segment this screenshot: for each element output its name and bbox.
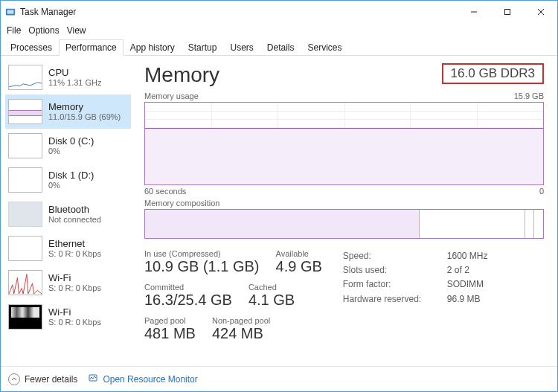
- usage-chart-label: Memory usage: [144, 91, 199, 100]
- bluetooth-thumb-icon: [8, 202, 42, 227]
- sidebar-item-sub: S: 0 R: 0 Kbps: [48, 318, 101, 327]
- axis-start: 60 seconds: [144, 187, 186, 196]
- in-use-value: 10.9 GB (1.1 GB): [144, 258, 260, 275]
- page-title: Memory: [144, 63, 219, 87]
- sidebar-item-cpu[interactable]: CPU 11% 1.31 GHz: [5, 60, 131, 94]
- hwres-label: Hardware reserved:: [343, 292, 425, 306]
- wifi-thumb-icon: [8, 304, 42, 330]
- paged-value: 481 MB: [144, 325, 196, 342]
- task-manager-icon: [5, 7, 16, 17]
- sidebar-item-label: Memory: [48, 101, 121, 113]
- sidebar-item-label: Ethernet: [48, 238, 101, 250]
- hwres-value: 96.9 MB: [447, 292, 481, 306]
- speed-value: 1600 MHz: [447, 249, 488, 263]
- available-label: Available: [276, 249, 322, 258]
- close-button[interactable]: [524, 1, 557, 23]
- memory-spec-badge: 16.0 GB DDR3: [442, 63, 544, 84]
- sidebar-item-sub: 0%: [48, 147, 94, 156]
- tab-performance[interactable]: Performance: [59, 39, 124, 56]
- ethernet-thumb-icon: [8, 236, 42, 261]
- paged-label: Paged pool: [144, 316, 196, 325]
- sidebar-item-bluetooth[interactable]: Bluetooth Not connected: [5, 197, 131, 231]
- speed-label: Speed:: [343, 249, 425, 263]
- task-manager-window: Task Manager File Options View Processes…: [0, 0, 558, 392]
- sidebar-item-disk-1[interactable]: Disk 1 (D:) 0%: [5, 163, 131, 197]
- minimize-button[interactable]: [457, 1, 490, 23]
- slots-value: 2 of 2: [447, 263, 469, 277]
- form-factor-value: SODIMM: [447, 277, 484, 292]
- usage-chart-max: 15.9 GB: [514, 91, 544, 100]
- sidebar-item-disk-0[interactable]: Disk 0 (C:) 0%: [5, 129, 131, 163]
- sidebar-item-label: Bluetooth: [48, 204, 101, 216]
- sidebar-item-label: Disk 0 (C:): [48, 135, 94, 147]
- sidebar-item-sub: S: 0 R: 0 Kbps: [48, 249, 101, 259]
- tab-details[interactable]: Details: [260, 39, 301, 55]
- in-use-label: In use (Compressed): [144, 249, 260, 258]
- sidebar-item-label: Disk 1 (D:): [48, 170, 94, 181]
- sidebar-item-sub: 0%: [48, 181, 94, 190]
- sidebar-item-label: Wi-Fi: [48, 306, 101, 318]
- sidebar: CPU 11% 1.31 GHz Memory 11.0/15.9 GB (69…: [1, 56, 131, 366]
- tab-processes[interactable]: Processes: [4, 39, 59, 55]
- menubar: File Options View: [1, 23, 557, 38]
- composition-label: Memory composition: [144, 199, 544, 208]
- sidebar-item-label: Wi-Fi: [48, 272, 101, 284]
- footer: Fewer details Open Resource Monitor: [1, 366, 557, 391]
- slots-label: Slots used:: [343, 263, 425, 277]
- sidebar-item-memory[interactable]: Memory 11.0/15.9 GB (69%): [5, 94, 131, 129]
- form-factor-label: Form factor:: [343, 277, 425, 292]
- disk-thumb-icon: [8, 133, 42, 158]
- chevron-up-icon: [8, 373, 20, 385]
- nonpaged-label: Non-paged pool: [212, 316, 270, 325]
- window-title: Task Manager: [20, 7, 457, 17]
- sidebar-item-wifi-1[interactable]: Wi-Fi S: 0 R: 0 Kbps: [5, 266, 131, 300]
- axis-end: 0: [539, 187, 544, 196]
- cpu-thumb-icon: [8, 65, 42, 90]
- tab-startup[interactable]: Startup: [182, 39, 224, 55]
- sidebar-item-sub: S: 0 R: 0 Kbps: [48, 283, 101, 293]
- content: CPU 11% 1.31 GHz Memory 11.0/15.9 GB (69…: [1, 56, 557, 366]
- sidebar-item-label: CPU: [48, 67, 102, 79]
- fewer-details-button[interactable]: Fewer details: [8, 373, 77, 385]
- menu-file[interactable]: File: [7, 25, 21, 36]
- window-controls: [457, 1, 557, 23]
- available-value: 4.9 GB: [276, 258, 322, 275]
- tabbar: Processes Performance App history Startu…: [1, 38, 557, 56]
- cached-value: 4.1 GB: [248, 292, 295, 309]
- titlebar[interactable]: Task Manager: [1, 1, 557, 23]
- open-resource-monitor-link[interactable]: Open Resource Monitor: [88, 373, 197, 385]
- sidebar-item-sub: Not connected: [48, 215, 101, 225]
- memory-thumb-icon: [8, 99, 42, 124]
- main-panel: Memory 16.0 GB DDR3 Memory usage 15.9 GB…: [131, 56, 557, 366]
- svg-rect-1: [7, 10, 14, 13]
- committed-value: 16.3/25.4 GB: [144, 292, 232, 309]
- menu-options[interactable]: Options: [28, 25, 59, 36]
- tab-users[interactable]: Users: [223, 39, 260, 55]
- resource-monitor-icon: [88, 373, 98, 385]
- memory-composition-chart[interactable]: [144, 209, 544, 239]
- nonpaged-value: 424 MB: [212, 325, 270, 342]
- memory-usage-chart[interactable]: [144, 102, 544, 185]
- wifi-thumb-icon: [8, 270, 42, 295]
- svg-rect-3: [504, 10, 510, 15]
- sidebar-item-ethernet[interactable]: Ethernet S: 0 R: 0 Kbps: [5, 231, 131, 266]
- cached-label: Cached: [248, 283, 295, 292]
- open-resource-monitor-label: Open Resource Monitor: [103, 374, 197, 385]
- tab-services[interactable]: Services: [301, 39, 349, 55]
- sidebar-item-sub: 11.0/15.9 GB (69%): [48, 112, 121, 122]
- committed-label: Committed: [144, 283, 232, 292]
- disk-thumb-icon: [8, 167, 42, 193]
- fewer-details-label: Fewer details: [25, 374, 77, 385]
- maximize-button[interactable]: [490, 1, 524, 23]
- metrics: In use (Compressed) 10.9 GB (1.1 GB) Ava…: [144, 249, 544, 342]
- tab-app-history[interactable]: App history: [124, 39, 182, 55]
- menu-view[interactable]: View: [67, 25, 86, 36]
- sidebar-item-wifi-2[interactable]: Wi-Fi S: 0 R: 0 Kbps: [5, 300, 131, 334]
- sidebar-item-sub: 11% 1.31 GHz: [48, 78, 102, 88]
- memory-details-table: Speed:1600 MHz Slots used:2 of 2 Form fa…: [343, 249, 488, 342]
